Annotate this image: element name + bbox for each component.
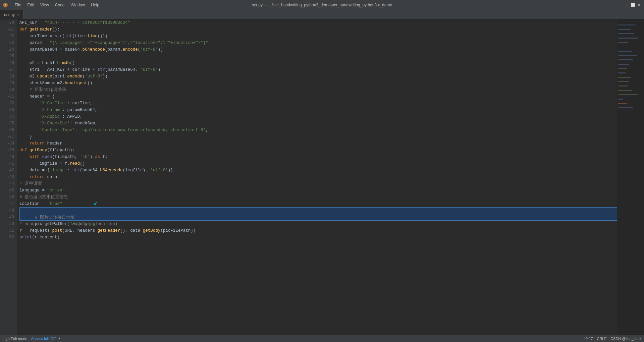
code-area[interactable]: API_KEY = "4054··········c3f926cff133993… bbox=[17, 19, 617, 335]
code-line-31: header = { bbox=[19, 93, 617, 100]
line-28: 28 bbox=[0, 73, 17, 80]
code-line-35: 'X-CheckSum': checkSum, bbox=[19, 120, 617, 127]
line-26: 26 bbox=[0, 60, 17, 66]
line-48: 48 bbox=[0, 207, 17, 214]
line-29: 29 bbox=[0, 80, 17, 87]
menu-window[interactable]: Window bbox=[68, 2, 88, 8]
line-number-gutter: 20 21 22 23 24 25 26 27 28 29 30 31 32 3… bbox=[0, 19, 17, 335]
code-line-28: m2.update(str1.encode('utf-8')) bbox=[19, 73, 617, 80]
status-right: 49:17 CRLF CSDN @lion_back bbox=[584, 337, 641, 341]
code-line-40: with open(filepath, 'rb') as f: bbox=[19, 154, 617, 160]
code-line-24: paramBase64 = base64.b64encode(param.enc… bbox=[19, 46, 617, 53]
code-line-34: 'X-Appid': APPID, bbox=[19, 113, 617, 120]
menu-edit[interactable]: Edit bbox=[24, 2, 37, 8]
minimize-button[interactable]: — bbox=[625, 3, 629, 7]
line-50: 50 bbox=[0, 221, 17, 227]
editor-container: 20 21 22 23 24 25 26 27 28 29 30 31 32 3… bbox=[0, 19, 644, 335]
line-33: 33 bbox=[0, 107, 17, 113]
line-37: 37 bbox=[0, 133, 17, 140]
code-line-25 bbox=[19, 53, 617, 60]
code-line-30: # 组装http请求头 bbox=[19, 87, 617, 93]
code-line-49: picFilePath = "E://1.jpg" bbox=[19, 214, 617, 221]
code-line-37: } bbox=[19, 133, 617, 140]
close-button[interactable]: ✕ bbox=[637, 3, 641, 7]
title-bar: J File Edit View Code Window Help ocr.py… bbox=[0, 0, 644, 10]
line-20: 20 bbox=[0, 19, 17, 26]
code-line-22: curTime = str(int(time.time())) bbox=[19, 33, 617, 40]
title-text: ocr.py — ...\ocr_handwriting_python3_dem… bbox=[252, 3, 392, 7]
line-36: 36 bbox=[0, 127, 17, 133]
arrow-annotation: ↙ bbox=[93, 200, 98, 207]
encoding-text: CSDN @lion_back bbox=[610, 337, 641, 341]
line-39: 39 bbox=[0, 147, 17, 154]
line-52: 52 bbox=[0, 234, 17, 241]
line-46: 46 bbox=[0, 194, 17, 201]
lightmode-text: LightEdit mode. bbox=[3, 337, 28, 341]
menu-bar: File Edit View Code Window Help bbox=[12, 2, 102, 8]
ide-dropdown-icon[interactable]: ▾ bbox=[58, 336, 60, 341]
line-45: 45 bbox=[0, 187, 17, 194]
access-ide-link[interactable]: Access full IDE bbox=[31, 337, 56, 341]
code-line-20: API_KEY = "4054··········c3f926cff133993… bbox=[19, 19, 617, 26]
code-line-26: m2 = hashlib.md5() bbox=[19, 60, 617, 66]
line-51: 51 bbox=[0, 227, 17, 234]
line-47: 47 bbox=[0, 201, 17, 207]
code-line-46: # 是否返回文本位置信息 bbox=[19, 194, 617, 201]
code-line-41: imgfile = f.read() bbox=[19, 160, 617, 167]
window-controls: — ⬜ ✕ bbox=[625, 3, 641, 7]
line-44: 44 bbox=[0, 180, 17, 187]
title-left: J File Edit View Code Window Help bbox=[3, 2, 102, 8]
code-line-50: # headers=getHeader(language, location) bbox=[19, 221, 617, 227]
tab-close-button[interactable]: ✕ bbox=[17, 13, 19, 16]
line-38: 38 bbox=[0, 140, 17, 147]
code-line-36: 'Content-Type': 'application/x-www-form-… bbox=[19, 127, 617, 133]
tab-label: ocr.py bbox=[4, 12, 15, 17]
code-line-42: data = {'image': str(base64.b64encode(im… bbox=[19, 167, 617, 174]
line-40: 40 bbox=[0, 154, 17, 160]
line-41: 41 bbox=[0, 160, 17, 167]
code-line-38: return header bbox=[19, 140, 617, 147]
code-line-23: param = "{\"language\":\""+language+"\",… bbox=[19, 40, 617, 46]
line-24: 24 bbox=[0, 46, 17, 53]
code-line-39: def getBody(filepath): bbox=[19, 147, 617, 154]
status-left: LightEdit mode. Access full IDE ▾ bbox=[3, 336, 60, 341]
code-line-51: r = requests.post(URL, headers=getHeader… bbox=[19, 227, 617, 234]
code-line-33: 'X-Param': paramBase64, bbox=[19, 107, 617, 113]
tab-ocr-py[interactable]: ocr.py ✕ bbox=[0, 10, 24, 19]
menu-help[interactable]: Help bbox=[88, 2, 102, 8]
line-42: 42 bbox=[0, 167, 17, 174]
line-49: 49 bbox=[0, 214, 17, 221]
line-25: 25 bbox=[0, 53, 17, 60]
code-line-29: checkSum = m2.hexdigest() bbox=[19, 80, 617, 87]
status-bar: LightEdit mode. Access full IDE ▾ 49:17 … bbox=[0, 335, 644, 342]
menu-code[interactable]: Code bbox=[52, 2, 67, 8]
code-line-44: # 语种设置 bbox=[19, 180, 617, 187]
cursor-position: 49:17 bbox=[584, 337, 593, 341]
code-line-43: return data bbox=[19, 174, 617, 180]
code-line-48: # 图片上传接口地址 bbox=[19, 207, 617, 214]
code-line-47: location = "true" ↙ bbox=[19, 201, 617, 207]
line-35: 35 bbox=[0, 120, 17, 127]
line-30: 30 bbox=[0, 87, 17, 93]
line-ending: CRLF bbox=[597, 337, 606, 341]
code-line-21: def getHeader(): bbox=[19, 26, 617, 33]
line-32: 32 bbox=[0, 100, 17, 107]
menu-view[interactable]: View bbox=[38, 2, 52, 8]
tab-bar: ocr.py ✕ bbox=[0, 10, 644, 19]
app-icon: J bbox=[3, 2, 8, 8]
line-22: 22 bbox=[0, 33, 17, 40]
code-line-27: str1 = API_KEY + curTime + str(paramBase… bbox=[19, 66, 617, 73]
menu-file[interactable]: File bbox=[12, 2, 24, 8]
line-27: 27 bbox=[0, 66, 17, 73]
line-43: 43 bbox=[0, 174, 17, 180]
code-line-32: 'X-CurTime': curTime, bbox=[19, 100, 617, 107]
svg-text:J: J bbox=[4, 4, 6, 7]
code-line-45: language = "cn|en" bbox=[19, 187, 617, 194]
line-34: 34 bbox=[0, 113, 17, 120]
code-line-52: print(r.content) bbox=[19, 234, 617, 241]
line-21: 21 bbox=[0, 26, 17, 33]
line-31: 31 bbox=[0, 93, 17, 100]
line-23: 23 bbox=[0, 40, 17, 46]
maximize-button[interactable]: ⬜ bbox=[631, 3, 635, 7]
minimap bbox=[617, 19, 644, 335]
